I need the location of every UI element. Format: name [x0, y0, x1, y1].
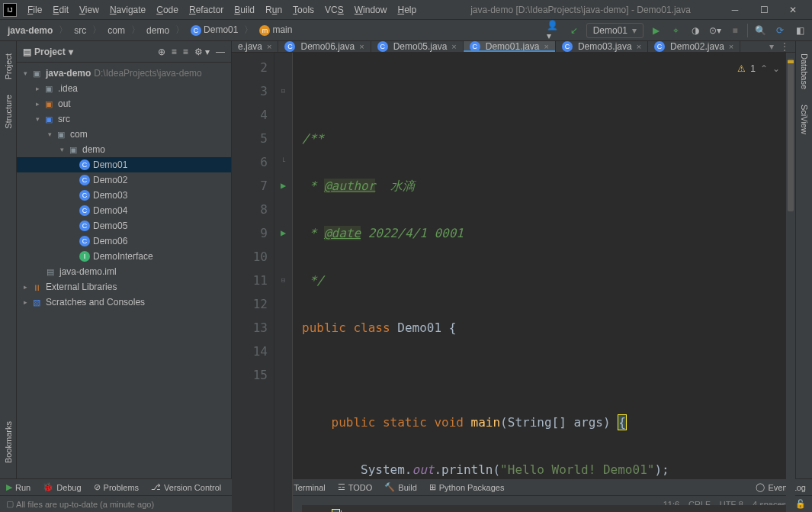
- scroll-warning-marker[interactable]: [788, 60, 794, 63]
- close-icon[interactable]: ×: [544, 42, 549, 51]
- tree-class-demo03[interactable]: C Demo03: [17, 188, 231, 203]
- editor-tab[interactable]: e.java ×: [232, 41, 278, 52]
- maximize-button[interactable]: ☐: [754, 3, 774, 17]
- tree-src[interactable]: ▾▣ src: [17, 111, 231, 127]
- search-button[interactable]: 🔍: [753, 23, 768, 38]
- run-config-selector[interactable]: Demo01 ▾: [586, 23, 644, 38]
- warning-icon[interactable]: ⚠: [737, 57, 746, 81]
- code-token: @author: [324, 179, 375, 193]
- tree-interface[interactable]: I DemoInterface: [17, 249, 231, 264]
- code-token: @date: [324, 226, 361, 240]
- close-icon[interactable]: ×: [267, 42, 271, 51]
- menu-edit[interactable]: Edit: [48, 2, 73, 18]
- tree-root[interactable]: ▾▣ java-demo D:\IdeaProjects\java-demo: [17, 66, 231, 81]
- menu-navigate[interactable]: Navigate: [105, 2, 150, 18]
- ide-icon[interactable]: ◧: [792, 23, 807, 38]
- expand-all-icon[interactable]: ≡: [172, 47, 177, 57]
- down-icon[interactable]: ⌄: [772, 57, 780, 81]
- tree-idea[interactable]: ▸▣ .idea: [17, 81, 231, 96]
- editor-tab[interactable]: C Demo05.java ×: [371, 41, 464, 52]
- bc-src[interactable]: src: [71, 24, 89, 37]
- close-button[interactable]: ✕: [783, 3, 803, 17]
- tree-demo[interactable]: ▾▣ demo: [17, 142, 231, 157]
- debug-tool-button[interactable]: 🐞 Debug: [43, 482, 81, 492]
- profile-button[interactable]: ⊙▾: [708, 23, 723, 38]
- bookmarks-tool-button[interactable]: Bookmarks: [2, 414, 14, 471]
- debug-button[interactable]: ⌖: [668, 23, 683, 38]
- readonly-icon[interactable]: 🔓: [795, 499, 806, 509]
- tab-menu-icon[interactable]: ⋮: [780, 41, 789, 52]
- bc-class[interactable]: CDemo01: [188, 23, 241, 37]
- close-icon[interactable]: ×: [359, 42, 364, 51]
- code-token: 水滴: [375, 179, 414, 193]
- run-button[interactable]: ▶: [648, 23, 663, 38]
- bt-label: Run: [15, 483, 30, 492]
- tree-class-demo01[interactable]: C Demo01: [17, 157, 231, 172]
- user-icon[interactable]: 👤▾: [547, 23, 562, 38]
- editor-tab[interactable]: C Demo03.java ×: [556, 41, 648, 52]
- structure-tool-button[interactable]: Structure: [2, 87, 14, 137]
- fold-icon[interactable]: ⊟: [274, 79, 292, 103]
- editor-tab-active[interactable]: C Demo01.java ×: [464, 41, 556, 52]
- project-tool-button[interactable]: Project: [2, 46, 14, 87]
- menu-run[interactable]: Run: [261, 2, 287, 18]
- tree-scratches[interactable]: ▸▧ Scratches and Consoles: [17, 295, 231, 310]
- tab-label: Demo05.java: [393, 41, 448, 52]
- menu-window[interactable]: Window: [350, 2, 392, 18]
- scroll-thumb[interactable]: [788, 59, 794, 211]
- tree-class-demo06[interactable]: C Demo06: [17, 233, 231, 249]
- tree-iml[interactable]: ▤ java-demo.iml: [17, 264, 231, 279]
- menu-file[interactable]: File: [23, 2, 47, 18]
- rerun-icon[interactable]: ↙: [566, 23, 582, 38]
- bc-demo[interactable]: demo: [143, 24, 172, 37]
- hide-icon[interactable]: —: [216, 47, 225, 57]
- scroll-marker[interactable]: [786, 53, 795, 512]
- project-panel-title[interactable]: ▤ Project ▾: [23, 47, 73, 57]
- menu-code[interactable]: Code: [152, 2, 183, 18]
- problems-tool-button[interactable]: ⊘ Problems: [94, 482, 139, 492]
- run-tool-button[interactable]: ▶Run: [6, 482, 30, 492]
- run-gutter-icon[interactable]: ▶: [274, 174, 292, 198]
- editor-tab[interactable]: C Demo06.java ×: [278, 41, 371, 52]
- menu-view[interactable]: View: [75, 2, 104, 18]
- title-bar: IJ File Edit View Navigate Code Refactor…: [0, 0, 812, 20]
- close-icon[interactable]: ×: [637, 42, 641, 51]
- stop-button[interactable]: ■: [727, 23, 743, 38]
- collapse-all-icon[interactable]: ≡: [183, 47, 188, 57]
- app-icon: IJ: [3, 3, 17, 17]
- status-icon[interactable]: ▢: [6, 499, 14, 509]
- tree-class-label: Demo03: [93, 190, 127, 201]
- menu-vcs[interactable]: VCS: [320, 2, 348, 18]
- settings-icon[interactable]: ⚙ ▾: [194, 47, 210, 57]
- close-icon[interactable]: ×: [729, 42, 733, 51]
- menu-build[interactable]: Build: [229, 2, 259, 18]
- select-opened-file-icon[interactable]: ⊕: [158, 47, 165, 57]
- tree-idea-label: .idea: [58, 83, 78, 94]
- menu-refactor[interactable]: Refactor: [185, 2, 228, 18]
- minimize-button[interactable]: ─: [725, 3, 745, 17]
- tree-com[interactable]: ▾▣ com: [17, 127, 231, 142]
- bc-project[interactable]: java-demo: [5, 24, 56, 37]
- project-tree[interactable]: ▾▣ java-demo D:\IdeaProjects\java-demo ▸…: [17, 63, 231, 478]
- bc-com[interactable]: com: [104, 24, 128, 37]
- bc-method[interactable]: mmain: [256, 23, 295, 37]
- menu-help[interactable]: Help: [393, 2, 421, 18]
- editor-body[interactable]: 2 3 4 5 6 7 8 9 10 11 12 13 14 15 ⊟: [232, 53, 795, 512]
- tree-class-demo04[interactable]: C Demo04: [17, 203, 231, 218]
- fold-icon[interactable]: ⊟: [274, 269, 292, 292]
- vcs-tool-button[interactable]: ⎇ Version Control: [151, 482, 221, 492]
- editor-tab[interactable]: C Demo02.java ×: [648, 41, 740, 52]
- tree-class-demo02[interactable]: C Demo02: [17, 172, 231, 188]
- tab-dropdown-icon[interactable]: ▾: [769, 41, 774, 52]
- code-area[interactable]: /** * @author 水滴 * @date 2022/4/1 0001 *…: [293, 53, 795, 512]
- tree-class-label: Demo05: [93, 221, 127, 231]
- tree-class-demo05[interactable]: C Demo05: [17, 218, 231, 233]
- tree-out[interactable]: ▸▣ out: [17, 96, 231, 111]
- up-icon[interactable]: ⌃: [760, 57, 768, 81]
- tree-ext-libs[interactable]: ▸⫼ External Libraries: [17, 279, 231, 295]
- sync-button[interactable]: ⟳: [772, 23, 788, 38]
- menu-tools[interactable]: Tools: [288, 2, 319, 18]
- coverage-button[interactable]: ◑: [688, 23, 703, 38]
- close-icon[interactable]: ×: [451, 42, 456, 51]
- run-gutter-icon[interactable]: ▶: [274, 221, 292, 245]
